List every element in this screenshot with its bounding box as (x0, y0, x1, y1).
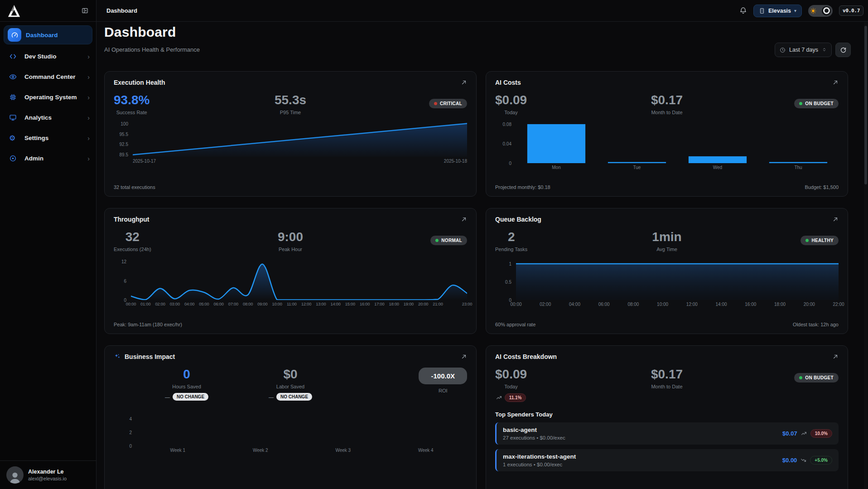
card-execution-health: Execution Health 93.8% Success Rate 55.3… (104, 71, 477, 197)
metric-executions: 32 Executions (24h) (114, 230, 151, 252)
spender-info: max-iterations-test-agent1 executions • … (503, 453, 576, 467)
elevasis-logo-icon (7, 4, 21, 18)
x-tick-label: 04:00 (569, 302, 580, 307)
clock-icon (780, 47, 786, 53)
metric-label: Executions (24h) (114, 247, 151, 252)
sidebar-item-command-center[interactable]: Command Center› (0, 67, 96, 87)
x-tick-label: 11:00 (287, 302, 297, 306)
org-name: Elevasis (768, 8, 791, 14)
expand-icon[interactable] (461, 79, 467, 86)
status-badge-wrap: NORMAL (430, 236, 467, 245)
x-tick-label: Week 3 (335, 448, 351, 453)
sidebar-item-label: Operating System (24, 94, 87, 101)
metric-value: 55.3s (275, 93, 306, 107)
card-footer-right: Oldest task: 12h ago (793, 322, 839, 327)
scrollbar-thumb[interactable] (864, 26, 867, 184)
x-tick-label: 00:00 (510, 302, 521, 307)
card-ai-costs-breakdown: AI Costs Breakdown $0.09 Today 11.1% (486, 345, 848, 489)
status-dot (805, 239, 809, 242)
sidebar-item-label: Dashboard (26, 32, 87, 39)
sidebar-item-operating-system[interactable]: Operating System› (0, 87, 96, 107)
sidebar-item-analytics[interactable]: Analytics› (0, 107, 96, 128)
refresh-button[interactable] (835, 43, 851, 57)
y-tick-label: 6 (124, 278, 126, 283)
metric-success-rate: 93.8% Success Rate (114, 93, 149, 115)
x-tick-label: 06:00 (598, 302, 610, 307)
x-tick-label: 08:00 (243, 302, 253, 306)
expand-icon[interactable] (461, 353, 467, 360)
x-tick-label: Wed (713, 165, 722, 170)
x-tick-label: 13:00 (316, 302, 326, 306)
status-badge: NORMAL (430, 236, 467, 245)
y-tick-label: 92.5 (120, 142, 128, 147)
metric-value: 2 (495, 230, 527, 244)
expand-icon[interactable] (461, 216, 467, 223)
sidebar-item-label: Command Center (24, 73, 87, 80)
spender-name: basic-agent (503, 426, 565, 433)
bell-icon[interactable] (739, 7, 747, 15)
top-spenders-title: Top Spenders Today (495, 411, 839, 418)
sidebar-header (0, 0, 96, 22)
x-tick-label: 07:00 (228, 302, 238, 306)
sidebar-item-dashboard[interactable]: Dashboard (4, 25, 92, 44)
sidebar-item-admin[interactable]: Admin› (0, 148, 96, 169)
x-tick-label: 12:00 (686, 302, 698, 307)
queue-backlog-chart: 10.5000:0002:0004:0006:0008:0010:0012:00… (495, 258, 839, 308)
org-switcher[interactable]: Elevasis ▾ (753, 5, 802, 17)
status-badge: HEALTHY (800, 236, 839, 245)
header-controls: Last 7 days (775, 43, 851, 57)
roi-pill: -100.0X (419, 368, 467, 384)
theme-toggle[interactable] (808, 5, 833, 17)
x-tick-label: 10:00 (272, 302, 282, 306)
avatar (6, 466, 24, 484)
chevron-right-icon: › (87, 73, 90, 81)
breadcrumb: Dashboard (106, 7, 137, 14)
cards-grid: Execution Health 93.8% Success Rate 55.3… (104, 71, 868, 489)
gauge-icon (8, 28, 21, 42)
version-badge: v0.0.7 (839, 5, 863, 16)
sidebar-item-settings[interactable]: ⚙Settings› (0, 128, 96, 148)
sidebar-user[interactable]: Alexander Le alexl@elevasis.io (0, 460, 96, 489)
sidebar-item-label: Admin (24, 155, 87, 162)
sidebar-item-label: Analytics (24, 114, 87, 121)
time-range-select[interactable]: Last 7 days (775, 43, 832, 57)
x-tick-label: 21:00 (433, 302, 443, 306)
metric-value: 32 (114, 230, 151, 244)
change-badge: NO CHANGE (173, 393, 208, 401)
metric-avg-time: 1min Avg Time (652, 230, 681, 252)
expand-icon[interactable] (832, 353, 839, 360)
building-icon (759, 8, 765, 14)
spender-name: max-iterations-test-agent (503, 453, 576, 460)
roi-label: ROI (419, 388, 467, 393)
chevron-right-icon: › (87, 94, 90, 101)
change-badge: NO CHANGE (276, 393, 312, 401)
metric-today: $0.09 Today (495, 93, 527, 115)
card-throughput: Throughput 32 Executions (24h) 9:00 Peak… (104, 208, 477, 334)
x-tick-label: Tue (633, 165, 641, 170)
spender-metrics: $0.0710.0% (782, 429, 832, 438)
spender-row[interactable]: max-iterations-test-agent1 executions • … (495, 449, 839, 471)
chip-icon (9, 93, 21, 101)
x-tick-label: 12:00 (301, 302, 311, 306)
page-content: Dashboard AI Operations Health & Perform… (96, 22, 868, 489)
throughput-chart: 126000:0001:0002:0003:0004:0005:0006:000… (114, 258, 467, 308)
eye-icon (9, 73, 21, 81)
expand-icon[interactable] (832, 79, 839, 86)
app-root: DashboardDev Studio›Command Center›Opera… (0, 0, 868, 489)
sidebar-item-dev-studio[interactable]: Dev Studio› (0, 46, 96, 67)
x-tick-label: Week 2 (253, 448, 268, 453)
metric-peak-hour: 9:00 Peak Hour (278, 230, 303, 252)
sidebar-collapse-icon[interactable] (80, 6, 90, 16)
card-title: AI Costs (495, 79, 521, 86)
sparkles-icon (114, 353, 121, 360)
scrollbar-track[interactable] (864, 22, 868, 489)
trend-up-icon (496, 395, 502, 401)
card-footer-right: Budget: $1,500 (805, 184, 839, 190)
main-area: Dashboard Elevasis ▾ v0.0.7 (96, 0, 868, 489)
expand-icon[interactable] (832, 216, 839, 223)
chevron-down-icon: ▾ (794, 8, 796, 13)
spender-row[interactable]: basic-agent27 executions • $0.00/exec$0.… (495, 422, 839, 445)
x-tick-label: 02:00 (540, 302, 551, 307)
topbar-right: Elevasis ▾ v0.0.7 (739, 5, 863, 17)
user-email: alexl@elevasis.io (28, 476, 67, 481)
